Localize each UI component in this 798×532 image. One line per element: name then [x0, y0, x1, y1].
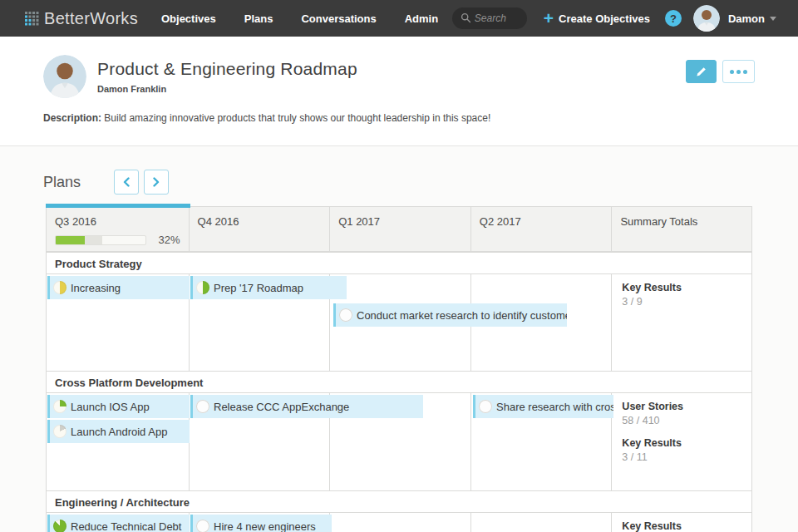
quarter-progress: 32%	[55, 234, 180, 246]
summary-label: Key Results	[622, 280, 741, 295]
pencil-icon	[696, 66, 707, 77]
summary-label: Key Results	[622, 519, 741, 532]
page-title: Product & Engineering Roadmap	[97, 59, 357, 79]
search-box	[452, 7, 527, 29]
summary-cell: Key Results 3 / 9	[612, 274, 751, 371]
plan-bar[interactable]: Launch IOS App	[47, 395, 190, 418]
table-header-row: Q3 2016 32% Q4 2016 Q1 2017 Q2 2017 Summ…	[47, 207, 751, 252]
caret-down-icon[interactable]	[770, 17, 776, 21]
section-band-cross-platform: User Stories 58 / 410 Key Results 3 / 11…	[47, 393, 751, 490]
more-options-button[interactable]	[722, 60, 755, 83]
plan-bar-label: Release CCC AppExchange	[214, 401, 349, 413]
summary-cell: Key Results	[612, 513, 751, 532]
section-band-product-strategy: Key Results 3 / 9 Increasing Prep '17 Ro…	[47, 274, 751, 371]
quarter-pager	[114, 170, 169, 195]
next-quarter-button[interactable]	[144, 170, 169, 195]
quarter-header-q4-2016: Q4 2016	[190, 207, 331, 251]
quarter-header-q2-2017: Q2 2017	[471, 207, 613, 251]
brand-logo[interactable]: BetterWorks	[25, 9, 138, 28]
summary-value: 3 / 9	[622, 295, 741, 310]
nav-link-conversations[interactable]: Conversations	[301, 12, 376, 25]
plan-bar[interactable]: Launch Android App	[47, 420, 190, 443]
plan-bar[interactable]: Conduct market research to identify cust…	[333, 303, 567, 327]
summary-label: User Stories	[622, 399, 741, 414]
section-title-engineering-architecture: Engineering / Architecture	[47, 490, 751, 513]
plan-bar-label: Share research with cross	[496, 401, 613, 413]
plans-heading: Plans	[43, 174, 81, 191]
plans-table: Q3 2016 32% Q4 2016 Q1 2017 Q2 2017 Summ…	[46, 206, 752, 532]
quarter-header-q3-2016: Q3 2016 32%	[47, 207, 190, 251]
progress-secondary	[85, 236, 103, 244]
plan-bar-label: Conduct market research to identify cust…	[357, 309, 567, 322]
grid-logo-icon	[25, 12, 39, 26]
nav-link-plans[interactable]: Plans	[244, 12, 273, 25]
ellipsis-icon	[736, 70, 741, 74]
edit-button[interactable]	[686, 60, 717, 83]
plan-bar-label: Increasing	[71, 282, 121, 294]
band-cell	[471, 513, 613, 532]
section-title-product-strategy: Product Strategy	[47, 252, 751, 274]
progress-track	[55, 235, 146, 245]
summary-label: Key Results	[622, 436, 741, 451]
plan-bar[interactable]: Increasing	[47, 276, 190, 299]
nav-links: Objectives Plans Conversations Admin	[161, 12, 438, 25]
section-band-engineering: Key Results Reduce Technical Debt Hire 4…	[47, 513, 751, 532]
progress-pie-icon	[196, 400, 209, 413]
navbar: BetterWorks Objectives Plans Conversatio…	[0, 0, 798, 37]
progress-pie-icon	[339, 308, 352, 322]
progress-pie-icon	[53, 520, 66, 532]
progress-pie-icon	[196, 520, 209, 532]
title-row: Product & Engineering Roadmap Damon Fran…	[43, 55, 755, 98]
band-cell	[330, 513, 471, 532]
plus-icon: +	[544, 11, 554, 26]
owner-avatar[interactable]	[43, 55, 86, 98]
plan-bar[interactable]: Reduce Technical Debt	[47, 515, 190, 532]
plan-bar[interactable]: Hire 4 new engineers	[190, 515, 332, 532]
plan-bar[interactable]: Release CCC AppExchange	[190, 395, 423, 418]
brand-name: BetterWorks	[44, 9, 138, 28]
active-quarter-indicator	[46, 204, 190, 208]
chevron-right-icon	[152, 177, 160, 187]
nav-link-admin[interactable]: Admin	[405, 12, 438, 25]
plans-section: Plans Q3 2016	[0, 146, 798, 532]
plan-bar-label: Launch IOS App	[71, 401, 150, 413]
create-objectives-button[interactable]: + Create Objectives	[544, 11, 650, 26]
description-label: Description:	[43, 112, 101, 124]
plan-bar-label: Hire 4 new engineers	[214, 520, 316, 532]
progress-pie-icon	[479, 400, 492, 413]
description-text: Build amazing innovative products that t…	[104, 112, 490, 124]
ellipsis-icon	[743, 70, 747, 74]
summary-value: 58 / 410	[622, 414, 741, 429]
progress-fill	[56, 236, 85, 244]
progress-label: 32%	[159, 234, 180, 246]
section-title-cross-platform: Cross Platform Development	[47, 371, 751, 393]
plan-bar-label: Prep '17 Roadmap	[214, 282, 303, 294]
quarter-header-q1-2017: Q1 2017	[330, 207, 471, 251]
help-icon[interactable]: ?	[665, 10, 682, 27]
summary-totals-header: Summary Totals	[612, 207, 751, 251]
prev-quarter-button[interactable]	[114, 170, 139, 195]
progress-pie-icon	[53, 425, 66, 438]
description: Description: Build amazing innovative pr…	[43, 112, 755, 124]
chevron-left-icon	[122, 177, 131, 187]
summary-cell: User Stories 58 / 410 Key Results 3 / 11	[612, 393, 751, 490]
plan-bar-label: Reduce Technical Debt	[71, 520, 181, 532]
nav-link-objectives[interactable]: Objectives	[161, 12, 216, 25]
page-header: Product & Engineering Roadmap Damon Fran…	[0, 37, 798, 146]
header-actions	[686, 60, 755, 83]
title-block: Product & Engineering Roadmap Damon Fran…	[97, 55, 357, 94]
plan-bar[interactable]: Share research with cross	[473, 395, 613, 418]
progress-pie-icon	[53, 400, 66, 413]
create-objectives-label: Create Objectives	[559, 12, 650, 25]
summary-value: 3 / 11	[622, 451, 741, 466]
user-avatar[interactable]	[693, 5, 720, 32]
search-icon	[461, 12, 471, 23]
plans-heading-row: Plans	[43, 170, 798, 195]
owner-avatar-image	[43, 55, 86, 98]
plan-bar[interactable]: Prep '17 Roadmap	[190, 276, 347, 299]
progress-pie-icon	[196, 281, 209, 294]
owner-name: Damon Franklin	[97, 84, 357, 94]
user-name[interactable]: Damon	[728, 12, 765, 25]
avatar-image	[693, 5, 720, 32]
ellipsis-icon	[730, 70, 734, 74]
